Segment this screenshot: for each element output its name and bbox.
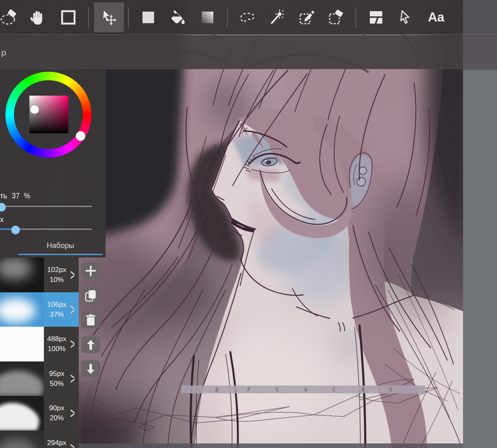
watermark-glyph: 5 bbox=[389, 387, 392, 393]
chevron-right-icon[interactable] bbox=[69, 443, 76, 448]
trash-icon bbox=[85, 314, 97, 326]
right-side-panel bbox=[463, 0, 497, 448]
brush-opacity: 50% bbox=[50, 380, 64, 388]
brush-size-slider[interactable] bbox=[0, 229, 92, 230]
brush-opacity: 10% bbox=[50, 276, 64, 284]
paint-app-window: @ F C 6 C 8 5 bbox=[0, 0, 497, 448]
tool-select-pen[interactable] bbox=[297, 8, 316, 26]
watermark-glyph: C bbox=[276, 387, 279, 393]
move-brush-up-button[interactable] bbox=[81, 336, 100, 353]
brush-list: 102px 10% 106px 37% bbox=[0, 258, 79, 448]
tool-magic-wand[interactable] bbox=[268, 8, 287, 26]
chevron-right-icon[interactable] bbox=[69, 340, 76, 349]
rect-select-icon bbox=[59, 8, 77, 26]
brush-size: 488px bbox=[47, 335, 66, 343]
tool-panel-divide[interactable] bbox=[367, 8, 385, 26]
move-icon bbox=[99, 7, 118, 27]
chevron-right-icon[interactable] bbox=[69, 409, 76, 418]
fill-rect-icon bbox=[139, 8, 157, 26]
brush-preview bbox=[0, 258, 44, 292]
opacity-value: 37 bbox=[12, 192, 19, 200]
toolbar-divider bbox=[355, 7, 356, 28]
brush-preview bbox=[0, 292, 44, 327]
brush-opacity: 100% bbox=[48, 345, 65, 353]
opacity-slider[interactable] bbox=[0, 206, 92, 207]
add-brush-button[interactable] bbox=[81, 262, 100, 279]
tool-selection-erase[interactable] bbox=[0, 8, 19, 26]
brush-row[interactable]: 95px 50% bbox=[0, 361, 79, 396]
tool-bucket-fill[interactable] bbox=[169, 8, 188, 26]
brush-size-slider-thumb[interactable] bbox=[11, 226, 20, 234]
chevron-right-icon[interactable] bbox=[69, 305, 76, 314]
brush-size: 95px bbox=[49, 370, 65, 378]
tool-text[interactable]: Aa bbox=[427, 8, 445, 26]
tool-move[interactable] bbox=[99, 8, 118, 26]
brush-row-selected[interactable]: 106px 37% bbox=[0, 292, 79, 327]
panel-divide-icon bbox=[367, 8, 385, 26]
selection-erase-icon bbox=[0, 8, 19, 26]
tool-gradient[interactable] bbox=[198, 8, 217, 26]
chevron-right-icon[interactable] bbox=[69, 374, 76, 383]
right-panel-top bbox=[463, 0, 497, 35]
tab-indicator bbox=[18, 254, 103, 255]
opacity-label-text: ть bbox=[0, 192, 7, 200]
lasso-icon bbox=[238, 8, 256, 26]
right-panel-middle bbox=[463, 35, 497, 69]
toolbar-divider bbox=[88, 7, 89, 28]
saturation-value-square[interactable] bbox=[29, 96, 68, 133]
brush-size: 106px bbox=[47, 301, 66, 308]
secondary-bar-label: р bbox=[1, 48, 6, 58]
plus-icon bbox=[84, 265, 97, 277]
hue-cursor[interactable] bbox=[76, 131, 85, 141]
tool-hand[interactable] bbox=[28, 8, 46, 26]
bucket-fill-icon bbox=[169, 8, 188, 26]
chevron-right-icon[interactable] bbox=[69, 270, 76, 279]
gradient-icon bbox=[198, 8, 217, 26]
select-pen-icon bbox=[297, 8, 316, 26]
brush-row[interactable]: 102px 10% bbox=[0, 258, 79, 292]
size-label-text: x bbox=[0, 215, 4, 224]
arrow-down-icon bbox=[85, 363, 97, 375]
select-eraser-icon bbox=[327, 8, 345, 26]
toolbar-divider bbox=[128, 7, 129, 28]
tab-brush-sets[interactable]: Наборы bbox=[18, 241, 103, 250]
right-panel-body bbox=[463, 70, 497, 448]
brush-row[interactable]: 90px 20% bbox=[0, 396, 79, 431]
watermark-glyph: F bbox=[247, 387, 250, 393]
brush-row[interactable]: 488px 100% bbox=[0, 327, 79, 361]
watermark-glyph: C bbox=[333, 387, 335, 393]
brush-opacity: 20% bbox=[50, 414, 64, 422]
tool-fill-rect[interactable] bbox=[139, 8, 157, 26]
delete-brush-button[interactable] bbox=[81, 311, 100, 328]
text-tool-label: Aa bbox=[428, 10, 444, 25]
cursor-icon bbox=[396, 8, 415, 26]
watermark-glyph: @ bbox=[215, 387, 218, 393]
brush-preview bbox=[0, 396, 44, 431]
secondary-bar: р bbox=[0, 35, 463, 69]
watermark-glyph: 6 bbox=[304, 387, 307, 393]
opacity-percent-sign: % bbox=[24, 192, 31, 200]
tool-cursor[interactable] bbox=[396, 8, 415, 26]
watermark-glyph: 8 bbox=[361, 387, 364, 393]
brush-preview bbox=[0, 431, 44, 448]
arrow-up-icon bbox=[85, 339, 97, 351]
opacity-slider-thumb[interactable] bbox=[0, 203, 6, 212]
opacity-label: ть37% bbox=[0, 192, 30, 200]
tool-lasso[interactable] bbox=[238, 8, 256, 26]
tool-select-eraser[interactable] bbox=[327, 8, 345, 26]
brush-size: 294px bbox=[47, 439, 66, 447]
toolbar-divider bbox=[227, 7, 228, 28]
tool-rect-select[interactable] bbox=[59, 8, 77, 26]
duplicate-icon bbox=[84, 289, 97, 302]
sv-cursor[interactable] bbox=[30, 105, 39, 114]
canvas-watermark-bar: @ F C 6 C 8 5 bbox=[181, 385, 425, 393]
magic-wand-icon bbox=[268, 8, 287, 26]
bottom-edge-bar bbox=[79, 443, 463, 448]
brush-preview bbox=[0, 361, 44, 396]
move-brush-down-button[interactable] bbox=[81, 360, 100, 377]
duplicate-brush-button[interactable] bbox=[81, 287, 100, 304]
brush-size: 102px bbox=[47, 266, 66, 274]
brush-size-label: x bbox=[0, 215, 4, 224]
brush-row[interactable]: 294px bbox=[0, 431, 79, 448]
brush-opacity: 37% bbox=[50, 311, 64, 318]
